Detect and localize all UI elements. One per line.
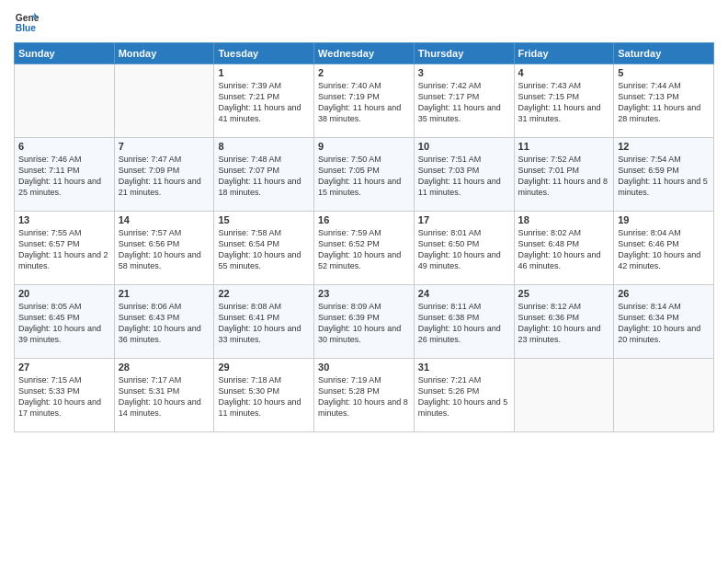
- day-number: 28: [119, 362, 210, 373]
- day-number: 14: [119, 214, 210, 225]
- cell-info: Sunrise: 7:19 AM Sunset: 5:28 PM Dayligh…: [318, 374, 410, 419]
- svg-text:Blue: Blue: [16, 23, 37, 33]
- cell-info: Sunrise: 7:57 AM Sunset: 6:56 PM Dayligh…: [119, 227, 210, 272]
- col-header-monday: Monday: [114, 43, 214, 64]
- week-row-2: 6Sunrise: 7:46 AM Sunset: 7:11 PM Daylig…: [15, 138, 714, 212]
- cell-1-5: 3Sunrise: 7:42 AM Sunset: 7:17 PM Daylig…: [414, 64, 514, 138]
- calendar-table: SundayMondayTuesdayWednesdayThursdayFrid…: [14, 42, 714, 432]
- logo: General Blue: [14, 9, 43, 35]
- cell-1-1: [15, 64, 115, 138]
- col-header-sunday: Sunday: [15, 43, 115, 64]
- day-number: 7: [119, 141, 210, 152]
- day-number: 31: [418, 362, 510, 373]
- cell-2-5: 10Sunrise: 7:51 AM Sunset: 7:03 PM Dayli…: [414, 138, 514, 212]
- header: General Blue: [14, 9, 714, 35]
- day-number: 15: [218, 214, 310, 225]
- cell-info: Sunrise: 8:09 AM Sunset: 6:39 PM Dayligh…: [318, 301, 410, 346]
- day-number: 22: [218, 288, 310, 299]
- cell-info: Sunrise: 8:12 AM Sunset: 6:36 PM Dayligh…: [518, 301, 610, 346]
- week-row-4: 20Sunrise: 8:05 AM Sunset: 6:45 PM Dayli…: [15, 285, 714, 359]
- logo-icon: General Blue: [14, 9, 40, 35]
- day-number: 2: [318, 67, 410, 78]
- cell-info: Sunrise: 7:21 AM Sunset: 5:26 PM Dayligh…: [418, 374, 510, 419]
- day-number: 8: [218, 141, 310, 152]
- cell-5-2: 28Sunrise: 7:17 AM Sunset: 5:31 PM Dayli…: [114, 359, 214, 432]
- cell-info: Sunrise: 7:55 AM Sunset: 6:57 PM Dayligh…: [18, 227, 110, 272]
- cell-4-5: 24Sunrise: 8:11 AM Sunset: 6:38 PM Dayli…: [414, 285, 514, 359]
- day-number: 27: [18, 362, 110, 373]
- cell-2-2: 7Sunrise: 7:47 AM Sunset: 7:09 PM Daylig…: [114, 138, 214, 212]
- cell-info: Sunrise: 7:17 AM Sunset: 5:31 PM Dayligh…: [119, 374, 210, 419]
- cell-info: Sunrise: 8:01 AM Sunset: 6:50 PM Dayligh…: [418, 227, 510, 272]
- day-number: 6: [18, 141, 110, 152]
- cell-info: Sunrise: 7:43 AM Sunset: 7:15 PM Dayligh…: [518, 80, 610, 125]
- day-number: 20: [18, 288, 110, 299]
- cell-2-4: 9Sunrise: 7:50 AM Sunset: 7:05 PM Daylig…: [314, 138, 415, 212]
- cell-info: Sunrise: 7:39 AM Sunset: 7:21 PM Dayligh…: [218, 80, 310, 125]
- cell-info: Sunrise: 7:18 AM Sunset: 5:30 PM Dayligh…: [218, 374, 310, 419]
- main-container: General Blue SundayMondayTuesdayWednesda…: [0, 0, 728, 442]
- cell-4-1: 20Sunrise: 8:05 AM Sunset: 6:45 PM Dayli…: [15, 285, 115, 359]
- day-number: 24: [418, 288, 510, 299]
- cell-1-4: 2Sunrise: 7:40 AM Sunset: 7:19 PM Daylig…: [314, 64, 415, 138]
- cell-3-3: 15Sunrise: 7:58 AM Sunset: 6:54 PM Dayli…: [214, 212, 314, 285]
- cell-info: Sunrise: 7:54 AM Sunset: 6:59 PM Dayligh…: [618, 154, 710, 199]
- cell-info: Sunrise: 7:15 AM Sunset: 5:33 PM Dayligh…: [18, 374, 110, 419]
- cell-2-6: 11Sunrise: 7:52 AM Sunset: 7:01 PM Dayli…: [514, 138, 614, 212]
- cell-info: Sunrise: 7:58 AM Sunset: 6:54 PM Dayligh…: [218, 227, 310, 272]
- cell-4-7: 26Sunrise: 8:14 AM Sunset: 6:34 PM Dayli…: [614, 285, 714, 359]
- day-number: 5: [618, 67, 710, 78]
- cell-info: Sunrise: 8:14 AM Sunset: 6:34 PM Dayligh…: [618, 301, 710, 346]
- cell-info: Sunrise: 8:05 AM Sunset: 6:45 PM Dayligh…: [18, 301, 110, 346]
- cell-2-1: 6Sunrise: 7:46 AM Sunset: 7:11 PM Daylig…: [15, 138, 115, 212]
- cell-3-4: 16Sunrise: 7:59 AM Sunset: 6:52 PM Dayli…: [314, 212, 415, 285]
- day-number: 12: [618, 141, 710, 152]
- col-header-wednesday: Wednesday: [314, 43, 415, 64]
- day-number: 9: [318, 141, 410, 152]
- cell-3-7: 19Sunrise: 8:04 AM Sunset: 6:46 PM Dayli…: [614, 212, 714, 285]
- cell-info: Sunrise: 7:52 AM Sunset: 7:01 PM Dayligh…: [518, 154, 610, 199]
- cell-4-2: 21Sunrise: 8:06 AM Sunset: 6:43 PM Dayli…: [114, 285, 214, 359]
- day-number: 18: [518, 214, 610, 225]
- day-number: 13: [18, 214, 110, 225]
- cell-info: Sunrise: 8:06 AM Sunset: 6:43 PM Dayligh…: [119, 301, 210, 346]
- cell-4-4: 23Sunrise: 8:09 AM Sunset: 6:39 PM Dayli…: [314, 285, 415, 359]
- cell-3-5: 17Sunrise: 8:01 AM Sunset: 6:50 PM Dayli…: [414, 212, 514, 285]
- cell-info: Sunrise: 7:48 AM Sunset: 7:07 PM Dayligh…: [218, 154, 310, 199]
- cell-3-6: 18Sunrise: 8:02 AM Sunset: 6:48 PM Dayli…: [514, 212, 614, 285]
- col-header-saturday: Saturday: [614, 43, 714, 64]
- cell-info: Sunrise: 7:51 AM Sunset: 7:03 PM Dayligh…: [418, 154, 510, 199]
- day-number: 4: [518, 67, 610, 78]
- col-header-friday: Friday: [514, 43, 614, 64]
- week-row-1: 1Sunrise: 7:39 AM Sunset: 7:21 PM Daylig…: [15, 64, 714, 138]
- day-number: 30: [318, 362, 410, 373]
- cell-info: Sunrise: 7:42 AM Sunset: 7:17 PM Dayligh…: [418, 80, 510, 125]
- cell-info: Sunrise: 7:59 AM Sunset: 6:52 PM Dayligh…: [318, 227, 410, 272]
- cell-2-3: 8Sunrise: 7:48 AM Sunset: 7:07 PM Daylig…: [214, 138, 314, 212]
- day-number: 16: [318, 214, 410, 225]
- cell-info: Sunrise: 8:08 AM Sunset: 6:41 PM Dayligh…: [218, 301, 310, 346]
- cell-info: Sunrise: 8:02 AM Sunset: 6:48 PM Dayligh…: [518, 227, 610, 272]
- day-number: 26: [618, 288, 710, 299]
- cell-info: Sunrise: 7:46 AM Sunset: 7:11 PM Dayligh…: [18, 154, 110, 199]
- cell-3-2: 14Sunrise: 7:57 AM Sunset: 6:56 PM Dayli…: [114, 212, 214, 285]
- cell-1-7: 5Sunrise: 7:44 AM Sunset: 7:13 PM Daylig…: [614, 64, 714, 138]
- cell-5-1: 27Sunrise: 7:15 AM Sunset: 5:33 PM Dayli…: [15, 359, 115, 432]
- cell-1-3: 1Sunrise: 7:39 AM Sunset: 7:21 PM Daylig…: [214, 64, 314, 138]
- calendar-body: 1Sunrise: 7:39 AM Sunset: 7:21 PM Daylig…: [15, 64, 714, 432]
- cell-info: Sunrise: 8:04 AM Sunset: 6:46 PM Dayligh…: [618, 227, 710, 272]
- col-header-tuesday: Tuesday: [214, 43, 314, 64]
- day-number: 23: [318, 288, 410, 299]
- day-number: 17: [418, 214, 510, 225]
- cell-info: Sunrise: 8:11 AM Sunset: 6:38 PM Dayligh…: [418, 301, 510, 346]
- week-row-5: 27Sunrise: 7:15 AM Sunset: 5:33 PM Dayli…: [15, 359, 714, 432]
- day-number: 29: [218, 362, 310, 373]
- cell-4-6: 25Sunrise: 8:12 AM Sunset: 6:36 PM Dayli…: [514, 285, 614, 359]
- cell-5-7: [614, 359, 714, 432]
- day-number: 3: [418, 67, 510, 78]
- cell-1-6: 4Sunrise: 7:43 AM Sunset: 7:15 PM Daylig…: [514, 64, 614, 138]
- day-number: 25: [518, 288, 610, 299]
- day-number: 21: [119, 288, 210, 299]
- week-row-3: 13Sunrise: 7:55 AM Sunset: 6:57 PM Dayli…: [15, 212, 714, 285]
- cell-5-4: 30Sunrise: 7:19 AM Sunset: 5:28 PM Dayli…: [314, 359, 415, 432]
